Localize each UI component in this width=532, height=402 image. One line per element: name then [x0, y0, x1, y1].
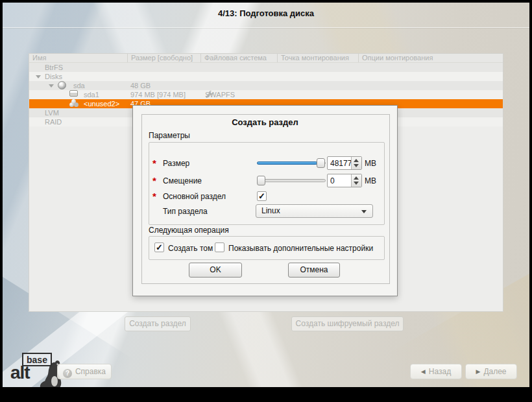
- column-header-mountoptions[interactable]: Опции монтирования: [359, 54, 503, 62]
- offset-spinner-down-icon[interactable]: [354, 182, 359, 185]
- tree-row-label: sda1: [84, 90, 99, 99]
- tree-row-label: LVM: [45, 108, 59, 117]
- show-advanced-checkbox[interactable]: [215, 242, 224, 252]
- size-input[interactable]: [328, 157, 354, 169]
- create-encrypted-partition-button[interactable]: Создать шифруемый раздел: [291, 316, 404, 331]
- size-slider-fill: [257, 161, 317, 165]
- back-arrow-icon: ◀: [421, 368, 426, 375]
- next-arrow-icon: ▶: [476, 368, 480, 375]
- fs-label: SWAPFS: [205, 90, 235, 99]
- params-group-label: Параметры: [149, 131, 190, 140]
- offset-slider[interactable]: [257, 176, 326, 185]
- expander-icon[interactable]: [36, 75, 41, 78]
- column-header-name[interactable]: Имя: [29, 54, 128, 62]
- help-button[interactable]: ?Справка: [57, 364, 112, 379]
- offset-spinbox[interactable]: [327, 174, 362, 187]
- tree-row-label: RAID: [45, 117, 62, 126]
- offset-input[interactable]: [328, 174, 354, 187]
- show-advanced-label: Показывать дополнительные настройки: [228, 244, 373, 253]
- tree-row[interactable]: sda1974 MB [974 MB]SWAPFS: [29, 90, 503, 99]
- next-op-group-label: Следующая операция: [149, 226, 229, 235]
- size-spinner-down-icon[interactable]: [354, 164, 359, 167]
- unused-icon: [69, 99, 79, 108]
- offset-label: Смещение: [163, 176, 202, 185]
- tree-row[interactable]: Disks: [29, 72, 503, 81]
- partition-type-select[interactable]: Linux: [256, 204, 373, 218]
- tree-row-label: <unused2>: [84, 99, 119, 108]
- question-icon: ?: [63, 369, 72, 378]
- help-label: Справка: [75, 367, 106, 376]
- size-slider-handle[interactable]: [317, 158, 325, 168]
- offset-slider-handle[interactable]: [257, 176, 265, 185]
- required-asterisk: *: [152, 175, 156, 186]
- size-spinner: [351, 157, 361, 169]
- tree-row[interactable]: sda48 GB: [29, 81, 503, 90]
- tree-row-label: BtrFS: [45, 63, 63, 72]
- tree-row-label: sda: [73, 81, 85, 90]
- part-icon: [69, 90, 78, 97]
- ok-button[interactable]: OK: [189, 263, 242, 278]
- tree-row[interactable]: BtrFS: [29, 63, 503, 72]
- cancel-button[interactable]: Отмена: [288, 263, 340, 278]
- expander-icon[interactable]: [49, 84, 54, 88]
- primary-partition-checkbox[interactable]: ✓: [257, 191, 267, 201]
- offset-slider-track[interactable]: [257, 179, 326, 182]
- alt-logo: base alt: [9, 351, 64, 387]
- required-asterisk: *: [152, 158, 156, 169]
- create-partition-dialog: Создать раздел Параметры * Размер MB * С…: [132, 105, 398, 296]
- chevron-down-icon: [361, 210, 367, 213]
- size-spinbox[interactable]: [327, 156, 362, 170]
- primary-partition-label: Основной раздел: [163, 192, 226, 201]
- logo-alt-text: alt: [10, 362, 30, 383]
- tree-row-label: Disks: [45, 72, 62, 81]
- required-asterisk: *: [152, 191, 156, 202]
- next-label: Далее: [483, 367, 506, 376]
- size-unit: MB: [365, 159, 376, 168]
- table-header: Имя Размер [свободно] Файловая система Т…: [29, 54, 503, 63]
- disk-icon: [58, 81, 66, 89]
- tree-row-size: 974 MB [974 MB]: [130, 90, 186, 99]
- tree-row-size: 48 GB: [130, 81, 151, 90]
- partition-type-label: Тип раздела: [163, 207, 208, 216]
- back-label: Назад: [429, 367, 451, 376]
- column-header-size[interactable]: Размер [свободно]: [128, 54, 201, 62]
- dialog-title: Создать раздел: [133, 117, 397, 127]
- window-title: 4/13: Подготовка диска: [3, 8, 529, 18]
- divider: [3, 27, 529, 28]
- create-volume-checkbox[interactable]: ✓: [154, 242, 164, 252]
- size-label: Размер: [163, 159, 189, 168]
- column-header-mountpoint[interactable]: Точка монтирования: [278, 54, 359, 62]
- next-button[interactable]: ▶Далее: [465, 364, 517, 379]
- create-volume-label: Создать том: [168, 244, 213, 253]
- offset-unit: MB: [365, 176, 376, 185]
- offset-spinner: [351, 174, 361, 187]
- column-header-filesystem[interactable]: Файловая система: [201, 54, 278, 62]
- size-slider[interactable]: [257, 158, 326, 168]
- offset-spinner-up-icon[interactable]: [354, 176, 359, 180]
- partition-type-value: Linux: [261, 206, 280, 215]
- back-button[interactable]: ◀Назад: [410, 364, 462, 379]
- create-partition-button[interactable]: Создать раздел: [125, 316, 191, 331]
- size-spinner-up-icon[interactable]: [354, 159, 359, 162]
- installer-screen: 4/13: Подготовка диска Имя Размер [свобо…: [3, 3, 529, 387]
